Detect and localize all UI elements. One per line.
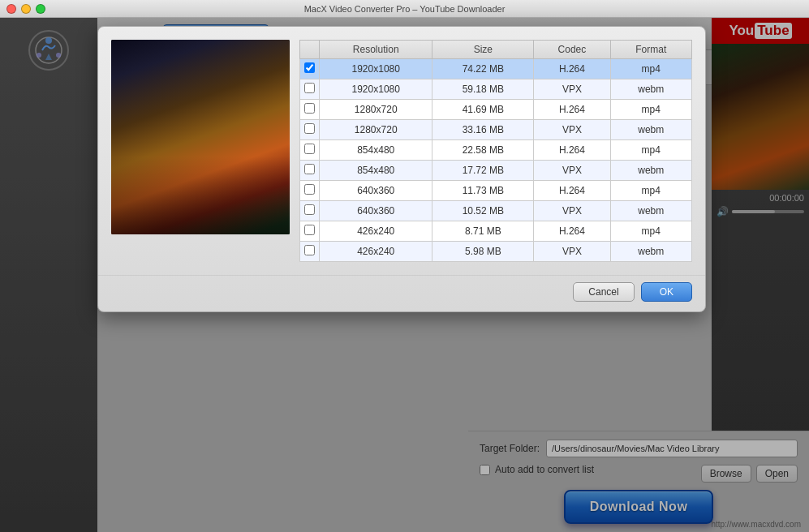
ok-button[interactable]: OK	[641, 282, 692, 302]
cell-resolution: 854x480	[320, 140, 432, 161]
minimize-button[interactable]	[21, 4, 31, 14]
cell-resolution: 640x360	[320, 201, 432, 221]
row-checkbox-cell	[300, 100, 320, 120]
table-row: 426x2408.71 MBH.264mp4	[300, 221, 692, 242]
cell-codec: H.264	[534, 140, 610, 161]
table-row: 1920x108074.22 MBH.264mp4	[300, 59, 692, 79]
table-row: 854x48022.58 MBH.264mp4	[300, 140, 692, 161]
row-checkbox-cell	[300, 181, 320, 201]
row-checkbox[interactable]	[304, 83, 315, 93]
row-checkbox[interactable]	[304, 144, 315, 154]
cell-format: mp4	[610, 221, 691, 242]
cell-format: mp4	[610, 59, 691, 79]
maximize-button[interactable]	[36, 4, 45, 14]
cell-format: webm	[610, 242, 691, 262]
cell-codec: VPX	[534, 201, 610, 221]
cell-format: webm	[610, 120, 691, 140]
cell-format: mp4	[610, 181, 691, 201]
cell-format: webm	[610, 161, 691, 181]
cell-resolution: 1920x1080	[320, 59, 432, 79]
cell-resolution: 640x360	[320, 181, 432, 201]
table-row: 426x2405.98 MBVPXwebm	[300, 242, 692, 262]
cell-size: 74.22 MB	[432, 59, 534, 79]
row-checkbox[interactable]	[304, 225, 315, 235]
row-checkbox-cell	[300, 221, 320, 242]
title-bar: MacX Video Converter Pro – YouTube Downl…	[0, 0, 809, 18]
cell-resolution: 426x240	[320, 221, 432, 242]
col-format: Format	[610, 41, 691, 59]
row-checkbox[interactable]	[304, 204, 315, 215]
cell-resolution: 1920x1080	[320, 79, 432, 100]
window-controls[interactable]	[6, 4, 45, 14]
format-table: Resolution Size Codec Format 1920x108074…	[299, 40, 692, 262]
video-thumbnail	[111, 40, 290, 234]
row-checkbox[interactable]	[304, 184, 315, 195]
cell-codec: H.264	[534, 181, 610, 201]
cell-format: webm	[610, 201, 691, 221]
cell-codec: H.264	[534, 100, 610, 120]
cell-codec: H.264	[534, 59, 610, 79]
col-size: Size	[432, 41, 534, 59]
row-checkbox[interactable]	[304, 123, 315, 134]
row-checkbox-cell	[300, 120, 320, 140]
table-row: 640x36011.73 MBH.264mp4	[300, 181, 692, 201]
cell-format: mp4	[610, 100, 691, 120]
thumb-gradient	[111, 157, 290, 234]
dialog-content: Resolution Size Codec Format 1920x108074…	[98, 27, 705, 275]
row-checkbox-cell	[300, 140, 320, 161]
cell-size: 5.98 MB	[432, 242, 534, 262]
format-table-wrap: Resolution Size Codec Format 1920x108074…	[299, 40, 692, 262]
table-row: 640x36010.52 MBVPXwebm	[300, 201, 692, 221]
cell-size: 17.72 MB	[432, 161, 534, 181]
cell-codec: VPX	[534, 161, 610, 181]
cell-codec: VPX	[534, 79, 610, 100]
dialog-buttons: Cancel OK	[98, 275, 705, 311]
cell-size: 33.16 MB	[432, 120, 534, 140]
cell-codec: H.264	[534, 221, 610, 242]
cell-size: 41.69 MB	[432, 100, 534, 120]
row-checkbox[interactable]	[304, 103, 315, 114]
cancel-button[interactable]: Cancel	[573, 282, 634, 302]
app-body: Video URL: 📋 Paste & Analyze Analyze You…	[0, 18, 809, 532]
row-checkbox-cell	[300, 201, 320, 221]
col-check	[300, 41, 320, 59]
cell-size: 59.18 MB	[432, 79, 534, 100]
cell-resolution: 426x240	[320, 242, 432, 262]
row-checkbox[interactable]	[304, 164, 315, 174]
cell-codec: VPX	[534, 120, 610, 140]
cell-size: 10.52 MB	[432, 201, 534, 221]
row-checkbox-cell	[300, 161, 320, 181]
cell-format: mp4	[610, 140, 691, 161]
col-codec: Codec	[534, 41, 610, 59]
row-checkbox-cell	[300, 79, 320, 100]
format-dialog: Resolution Size Codec Format 1920x108074…	[97, 26, 706, 312]
row-checkbox-cell	[300, 242, 320, 262]
table-header-row: Resolution Size Codec Format	[300, 41, 692, 59]
cell-size: 11.73 MB	[432, 181, 534, 201]
cell-codec: VPX	[534, 242, 610, 262]
row-checkbox-cell	[300, 59, 320, 79]
cell-size: 8.71 MB	[432, 221, 534, 242]
table-row: 1920x108059.18 MBVPXwebm	[300, 79, 692, 100]
thumb-inner	[111, 40, 290, 234]
close-button[interactable]	[6, 4, 16, 14]
cell-resolution: 1280x720	[320, 100, 432, 120]
col-resolution: Resolution	[320, 41, 432, 59]
table-row: 854x48017.72 MBVPXwebm	[300, 161, 692, 181]
dialog-overlay: Resolution Size Codec Format 1920x108074…	[0, 18, 809, 532]
cell-format: webm	[610, 79, 691, 100]
cell-size: 22.58 MB	[432, 140, 534, 161]
window-title: MacX Video Converter Pro – YouTube Downl…	[304, 4, 506, 14]
table-row: 1280x72033.16 MBVPXwebm	[300, 120, 692, 140]
cell-resolution: 854x480	[320, 161, 432, 181]
table-row: 1280x72041.69 MBH.264mp4	[300, 100, 692, 120]
cell-resolution: 1280x720	[320, 120, 432, 140]
row-checkbox[interactable]	[304, 62, 315, 73]
row-checkbox[interactable]	[304, 245, 315, 255]
